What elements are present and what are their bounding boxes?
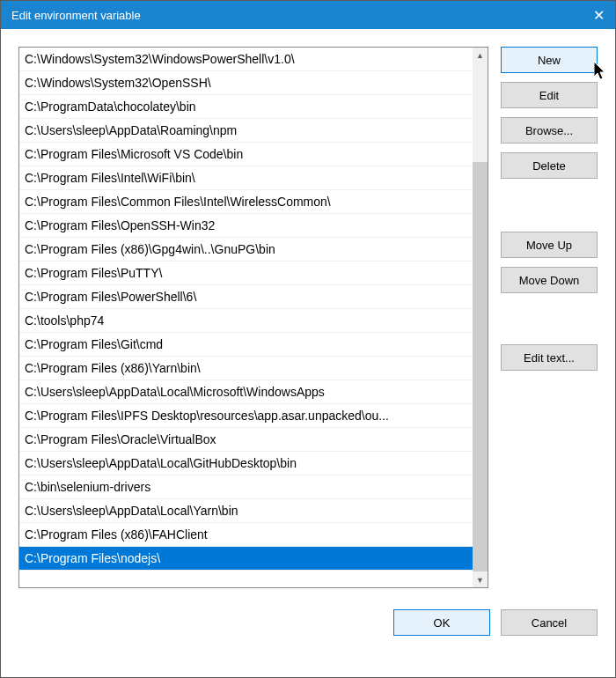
list-item[interactable]: C:\Windows\System32\WindowsPowerShell\v1… [19,48,473,71]
new-button[interactable]: New [501,47,598,73]
edit-text-button[interactable]: Edit text... [501,344,598,371]
dialog-footer: OK Cancel [1,597,615,652]
scroll-down-icon[interactable]: ▼ [473,572,488,587]
close-icon[interactable]: ✕ [593,7,605,24]
dialog-content: C:\Windows\System32\WindowsPowerShell\v1… [1,29,615,597]
window-title: Edit environment variable [11,9,141,22]
list-item[interactable]: C:\Program Files\Common Files\Intel\Wire… [19,190,473,214]
list-item[interactable]: C:\tools\php74 [19,309,473,333]
list-item[interactable]: C:\Users\sleep\AppData\Roaming\npm [19,119,473,143]
list-item[interactable]: C:\Program Files\Git\cmd [19,333,473,357]
edit-button[interactable]: Edit [501,82,598,108]
move-up-button[interactable]: Move Up [501,232,598,258]
list-item[interactable]: C:\Program Files\IPFS Desktop\resources\… [19,404,473,428]
list-item[interactable]: C:\ProgramData\chocolatey\bin [19,95,473,119]
list-item[interactable]: C:\Users\sleep\AppData\Local\Microsoft\W… [19,380,473,404]
list-item[interactable]: C:\Program Files\PuTTY\ [19,262,473,285]
list-item[interactable]: C:\Program Files (x86)\Gpg4win\..\GnuPG\… [19,238,473,262]
cancel-button[interactable]: Cancel [501,609,598,636]
move-down-button[interactable]: Move Down [501,267,598,293]
side-button-panel: New Edit Browse... Delete Move Up Move D… [501,47,598,588]
list-item[interactable]: C:\Windows\System32\OpenSSH\ [19,71,473,95]
browse-button[interactable]: Browse... [501,117,598,144]
list-item[interactable]: C:\Program Files\Oracle\VirtualBox [19,428,473,452]
list-item[interactable]: C:\Program Files\Intel\WiFi\bin\ [19,166,473,190]
scrollbar[interactable]: ▲ ▼ [473,48,488,587]
list-item[interactable]: C:\bin\selenium-drivers [19,475,473,499]
title-bar: Edit environment variable ✕ [1,1,615,29]
list-item[interactable]: C:\Program Files\OpenSSH-Win32 [19,214,473,238]
path-listbox[interactable]: C:\Windows\System32\WindowsPowerShell\v1… [18,47,488,588]
delete-button[interactable]: Delete [501,152,598,179]
scroll-thumb[interactable] [473,162,488,571]
list-item[interactable]: C:\Program Files\nodejs\ [19,547,473,571]
list-container: C:\Windows\System32\WindowsPowerShell\v1… [18,47,488,588]
scroll-up-icon[interactable]: ▲ [473,48,488,63]
ok-button[interactable]: OK [393,609,490,636]
list-item[interactable]: C:\Users\sleep\AppData\Local\Yarn\bin [19,499,473,523]
list-item[interactable]: C:\Program Files (x86)\FAHClient [19,523,473,547]
list-item[interactable]: C:\Program Files\Microsoft VS Code\bin [19,143,473,166]
list-item[interactable]: C:\Program Files (x86)\Yarn\bin\ [19,357,473,380]
list-item[interactable]: C:\Program Files\PowerShell\6\ [19,285,473,309]
list-item[interactable]: C:\Users\sleep\AppData\Local\GitHubDeskt… [19,452,473,475]
